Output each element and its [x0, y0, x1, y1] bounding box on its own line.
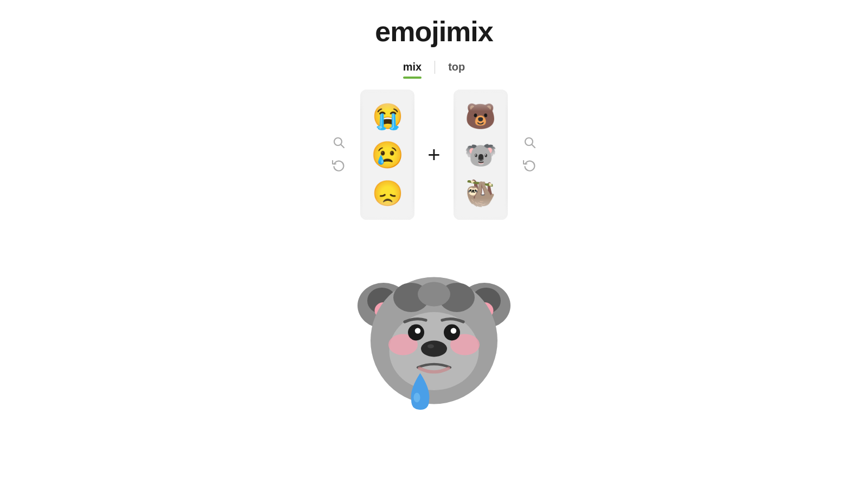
svg-point-20	[451, 328, 457, 334]
left-emoji-1[interactable]: 😢	[368, 135, 407, 174]
right-emoji-1[interactable]: 🐨	[461, 135, 500, 174]
tab-divider	[435, 61, 435, 74]
right-emoji-2[interactable]: 🦥	[462, 175, 499, 212]
app-title: emojimix	[375, 15, 493, 48]
left-refresh-icon[interactable]	[332, 158, 345, 174]
svg-point-22	[427, 344, 434, 348]
result-emoji	[353, 247, 515, 412]
left-emoji-slot-container: 😭 😢 😞	[360, 90, 414, 220]
right-emoji-0[interactable]: 🐻	[462, 98, 499, 135]
svg-point-21	[421, 341, 447, 357]
left-emoji-0[interactable]: 😭	[369, 98, 406, 135]
tab-mix[interactable]: mix	[392, 58, 432, 77]
plus-sign: +	[427, 143, 440, 167]
svg-point-23	[414, 393, 420, 403]
right-search-icon[interactable]	[523, 136, 536, 151]
svg-line-1	[341, 145, 344, 148]
tab-top[interactable]: top	[437, 58, 476, 77]
left-emoji-scroll-slot[interactable]: 😭 😢 😞	[360, 90, 414, 220]
right-emoji-scroll-slot[interactable]: 🐻 🐨 🦥	[454, 90, 508, 220]
tabs-nav: mix top	[392, 58, 476, 77]
svg-point-19	[415, 328, 421, 334]
result-area	[353, 247, 515, 412]
right-slot-controls	[523, 136, 536, 174]
right-emoji-slot-container: 🐻 🐨 🦥	[454, 90, 508, 220]
left-search-icon[interactable]	[332, 136, 345, 151]
left-emoji-2[interactable]: 😞	[369, 175, 406, 212]
mixer-area: 😭 😢 😞 + 🐻 🐨 🦥	[360, 90, 507, 220]
svg-point-13	[418, 282, 450, 307]
right-refresh-icon[interactable]	[523, 158, 536, 174]
left-slot-controls	[332, 136, 345, 174]
svg-line-3	[532, 145, 535, 148]
